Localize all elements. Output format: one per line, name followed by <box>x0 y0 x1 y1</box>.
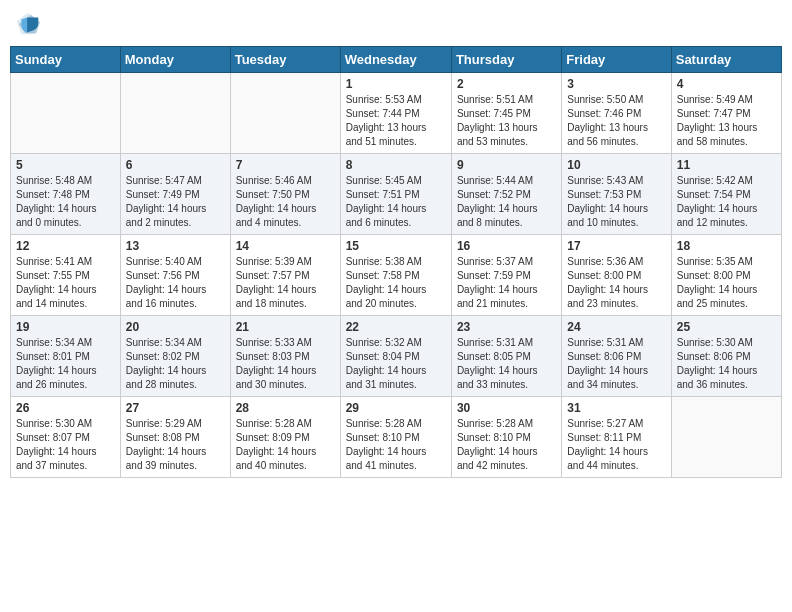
calendar-day-9: 9Sunrise: 5:44 AMSunset: 7:52 PMDaylight… <box>451 154 561 235</box>
weekday-header-thursday: Thursday <box>451 47 561 73</box>
day-number: 1 <box>346 77 446 91</box>
calendar-day-empty <box>120 73 230 154</box>
day-number: 28 <box>236 401 335 415</box>
calendar-day-1: 1Sunrise: 5:53 AMSunset: 7:44 PMDaylight… <box>340 73 451 154</box>
day-number: 7 <box>236 158 335 172</box>
calendar-day-13: 13Sunrise: 5:40 AMSunset: 7:56 PMDayligh… <box>120 235 230 316</box>
calendar-day-empty <box>671 397 781 478</box>
day-number: 16 <box>457 239 556 253</box>
day-info: Sunrise: 5:37 AMSunset: 7:59 PMDaylight:… <box>457 255 556 311</box>
calendar-day-16: 16Sunrise: 5:37 AMSunset: 7:59 PMDayligh… <box>451 235 561 316</box>
calendar-day-27: 27Sunrise: 5:29 AMSunset: 8:08 PMDayligh… <box>120 397 230 478</box>
day-info: Sunrise: 5:41 AMSunset: 7:55 PMDaylight:… <box>16 255 115 311</box>
day-number: 6 <box>126 158 225 172</box>
calendar-week-row: 5Sunrise: 5:48 AMSunset: 7:48 PMDaylight… <box>11 154 782 235</box>
day-number: 26 <box>16 401 115 415</box>
calendar-day-15: 15Sunrise: 5:38 AMSunset: 7:58 PMDayligh… <box>340 235 451 316</box>
day-number: 2 <box>457 77 556 91</box>
day-number: 21 <box>236 320 335 334</box>
calendar-week-row: 1Sunrise: 5:53 AMSunset: 7:44 PMDaylight… <box>11 73 782 154</box>
day-number: 11 <box>677 158 776 172</box>
day-info: Sunrise: 5:36 AMSunset: 8:00 PMDaylight:… <box>567 255 665 311</box>
day-info: Sunrise: 5:43 AMSunset: 7:53 PMDaylight:… <box>567 174 665 230</box>
day-info: Sunrise: 5:49 AMSunset: 7:47 PMDaylight:… <box>677 93 776 149</box>
day-info: Sunrise: 5:31 AMSunset: 8:06 PMDaylight:… <box>567 336 665 392</box>
day-info: Sunrise: 5:27 AMSunset: 8:11 PMDaylight:… <box>567 417 665 473</box>
day-number: 4 <box>677 77 776 91</box>
day-number: 22 <box>346 320 446 334</box>
weekday-header-sunday: Sunday <box>11 47 121 73</box>
calendar-day-25: 25Sunrise: 5:30 AMSunset: 8:06 PMDayligh… <box>671 316 781 397</box>
calendar-week-row: 26Sunrise: 5:30 AMSunset: 8:07 PMDayligh… <box>11 397 782 478</box>
day-number: 12 <box>16 239 115 253</box>
calendar-day-30: 30Sunrise: 5:28 AMSunset: 8:10 PMDayligh… <box>451 397 561 478</box>
calendar-day-22: 22Sunrise: 5:32 AMSunset: 8:04 PMDayligh… <box>340 316 451 397</box>
day-number: 13 <box>126 239 225 253</box>
calendar-day-empty <box>230 73 340 154</box>
weekday-header-saturday: Saturday <box>671 47 781 73</box>
day-info: Sunrise: 5:28 AMSunset: 8:10 PMDaylight:… <box>457 417 556 473</box>
calendar-day-18: 18Sunrise: 5:35 AMSunset: 8:00 PMDayligh… <box>671 235 781 316</box>
day-info: Sunrise: 5:34 AMSunset: 8:01 PMDaylight:… <box>16 336 115 392</box>
weekday-header-monday: Monday <box>120 47 230 73</box>
weekday-header-tuesday: Tuesday <box>230 47 340 73</box>
day-info: Sunrise: 5:50 AMSunset: 7:46 PMDaylight:… <box>567 93 665 149</box>
day-number: 8 <box>346 158 446 172</box>
day-info: Sunrise: 5:29 AMSunset: 8:08 PMDaylight:… <box>126 417 225 473</box>
day-info: Sunrise: 5:30 AMSunset: 8:06 PMDaylight:… <box>677 336 776 392</box>
weekday-header-friday: Friday <box>562 47 671 73</box>
day-info: Sunrise: 5:28 AMSunset: 8:09 PMDaylight:… <box>236 417 335 473</box>
day-info: Sunrise: 5:53 AMSunset: 7:44 PMDaylight:… <box>346 93 446 149</box>
day-number: 5 <box>16 158 115 172</box>
weekday-header-wednesday: Wednesday <box>340 47 451 73</box>
day-info: Sunrise: 5:30 AMSunset: 8:07 PMDaylight:… <box>16 417 115 473</box>
calendar-day-11: 11Sunrise: 5:42 AMSunset: 7:54 PMDayligh… <box>671 154 781 235</box>
day-info: Sunrise: 5:38 AMSunset: 7:58 PMDaylight:… <box>346 255 446 311</box>
day-number: 3 <box>567 77 665 91</box>
calendar-day-24: 24Sunrise: 5:31 AMSunset: 8:06 PMDayligh… <box>562 316 671 397</box>
logo <box>14 10 46 38</box>
calendar-day-19: 19Sunrise: 5:34 AMSunset: 8:01 PMDayligh… <box>11 316 121 397</box>
day-info: Sunrise: 5:42 AMSunset: 7:54 PMDaylight:… <box>677 174 776 230</box>
calendar-day-21: 21Sunrise: 5:33 AMSunset: 8:03 PMDayligh… <box>230 316 340 397</box>
calendar-day-31: 31Sunrise: 5:27 AMSunset: 8:11 PMDayligh… <box>562 397 671 478</box>
day-number: 29 <box>346 401 446 415</box>
day-number: 10 <box>567 158 665 172</box>
calendar-day-empty <box>11 73 121 154</box>
day-number: 18 <box>677 239 776 253</box>
calendar-day-6: 6Sunrise: 5:47 AMSunset: 7:49 PMDaylight… <box>120 154 230 235</box>
calendar-day-26: 26Sunrise: 5:30 AMSunset: 8:07 PMDayligh… <box>11 397 121 478</box>
day-number: 17 <box>567 239 665 253</box>
weekday-header-row: SundayMondayTuesdayWednesdayThursdayFrid… <box>11 47 782 73</box>
calendar-day-5: 5Sunrise: 5:48 AMSunset: 7:48 PMDaylight… <box>11 154 121 235</box>
calendar-day-14: 14Sunrise: 5:39 AMSunset: 7:57 PMDayligh… <box>230 235 340 316</box>
day-number: 24 <box>567 320 665 334</box>
calendar-day-3: 3Sunrise: 5:50 AMSunset: 7:46 PMDaylight… <box>562 73 671 154</box>
day-number: 9 <box>457 158 556 172</box>
calendar-week-row: 19Sunrise: 5:34 AMSunset: 8:01 PMDayligh… <box>11 316 782 397</box>
day-number: 31 <box>567 401 665 415</box>
day-number: 20 <box>126 320 225 334</box>
calendar-day-12: 12Sunrise: 5:41 AMSunset: 7:55 PMDayligh… <box>11 235 121 316</box>
calendar-day-17: 17Sunrise: 5:36 AMSunset: 8:00 PMDayligh… <box>562 235 671 316</box>
day-info: Sunrise: 5:44 AMSunset: 7:52 PMDaylight:… <box>457 174 556 230</box>
day-info: Sunrise: 5:34 AMSunset: 8:02 PMDaylight:… <box>126 336 225 392</box>
day-info: Sunrise: 5:33 AMSunset: 8:03 PMDaylight:… <box>236 336 335 392</box>
day-info: Sunrise: 5:48 AMSunset: 7:48 PMDaylight:… <box>16 174 115 230</box>
calendar-day-8: 8Sunrise: 5:45 AMSunset: 7:51 PMDaylight… <box>340 154 451 235</box>
calendar-day-7: 7Sunrise: 5:46 AMSunset: 7:50 PMDaylight… <box>230 154 340 235</box>
calendar-day-20: 20Sunrise: 5:34 AMSunset: 8:02 PMDayligh… <box>120 316 230 397</box>
calendar-day-23: 23Sunrise: 5:31 AMSunset: 8:05 PMDayligh… <box>451 316 561 397</box>
day-info: Sunrise: 5:32 AMSunset: 8:04 PMDaylight:… <box>346 336 446 392</box>
day-number: 14 <box>236 239 335 253</box>
day-number: 15 <box>346 239 446 253</box>
day-info: Sunrise: 5:51 AMSunset: 7:45 PMDaylight:… <box>457 93 556 149</box>
day-number: 19 <box>16 320 115 334</box>
day-info: Sunrise: 5:35 AMSunset: 8:00 PMDaylight:… <box>677 255 776 311</box>
header <box>10 10 782 38</box>
day-info: Sunrise: 5:31 AMSunset: 8:05 PMDaylight:… <box>457 336 556 392</box>
day-info: Sunrise: 5:45 AMSunset: 7:51 PMDaylight:… <box>346 174 446 230</box>
calendar-day-28: 28Sunrise: 5:28 AMSunset: 8:09 PMDayligh… <box>230 397 340 478</box>
calendar-day-10: 10Sunrise: 5:43 AMSunset: 7:53 PMDayligh… <box>562 154 671 235</box>
day-number: 27 <box>126 401 225 415</box>
